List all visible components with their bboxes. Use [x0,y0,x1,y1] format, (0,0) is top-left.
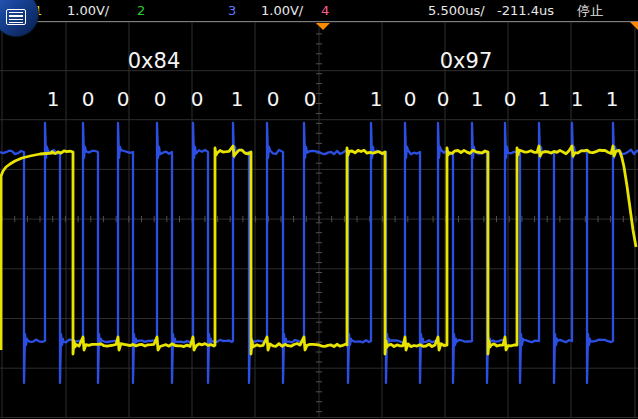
bit-digit: 0 [267,87,280,111]
bit-digit: 0 [504,87,517,111]
menu-icon [6,9,26,25]
bit-digit: 1 [231,87,244,111]
channel4-indicator[interactable]: 4 [321,3,329,18]
oscilloscope-screen: 0x84 0x97 10000100 10010111 1 1.00V/ 2 3… [0,0,638,419]
timebase-readout[interactable]: 5.500us/ [428,3,485,18]
decode-hex-byte2: 0x97 [440,49,493,73]
channel1-scale[interactable]: 1.00V/ [67,3,109,18]
status-bar: 1 1.00V/ 2 3 1.00V/ 4 5.500us/ -211.4us … [0,0,638,22]
bit-digit: 0 [404,87,417,111]
bit-digit: 0 [82,87,95,111]
channel2-indicator[interactable]: 2 [137,3,145,18]
bit-digit: 1 [538,87,551,111]
bit-digit: 1 [370,87,383,111]
bit-digit: 0 [117,87,130,111]
bit-digit: 1 [606,87,619,111]
decode-hex-byte1: 0x84 [128,49,181,73]
bit-digit: 0 [304,87,317,111]
bit-digit: 1 [571,87,584,111]
channel3-indicator[interactable]: 3 [228,3,236,18]
bit-digit: 1 [471,87,484,111]
bit-digit: 1 [47,87,60,111]
waveform-display [0,0,638,419]
bit-digit: 0 [437,87,450,111]
channel3-scale[interactable]: 1.00V/ [261,3,303,18]
bit-digit: 0 [154,87,167,111]
trigger-delay-readout: -211.4us [497,3,554,18]
run-state-badge[interactable]: 停止 [577,3,603,18]
bit-digit: 0 [191,87,204,111]
